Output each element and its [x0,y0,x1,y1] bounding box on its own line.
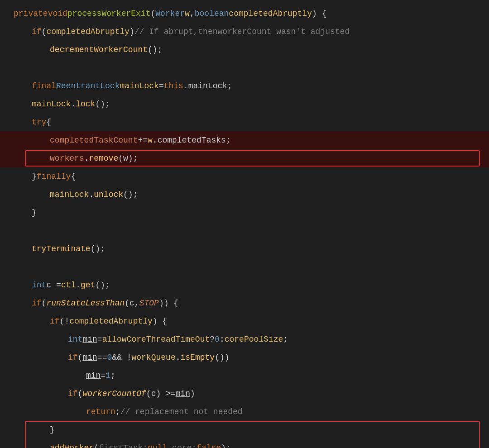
fn-worker-count-of: workerCountOf [82,386,146,402]
code-line-23: return ; // replacement not needed [0,403,489,421]
fn-add-worker: addWorker [50,440,94,448]
code-line-18: if (! completedAbruptly ) { [0,312,489,330]
eq-eq: == [97,349,107,366]
args-c-stop: (c, [125,295,139,311]
code-line-19: int min = allowCoreThreadTimeOut ? 0 : c… [0,330,489,348]
parens-semi-5: (); [95,277,110,293]
semi-3: ; [115,404,120,420]
comma: , [190,5,195,22]
code-line-5: final ReentrantLock mainLock = this .mai… [0,77,489,95]
code-line-blank-3 [0,258,489,276]
keyword-final: final [32,78,56,94]
code-line-22: if ( workerCountOf (c) >= min ) [0,385,489,403]
var-c: c = [46,277,61,293]
code-line-1: private void processWorkerExit ( Worker … [0,5,489,23]
var-mainlock-2: mainLock [32,96,71,112]
code-line-24: } [0,421,489,439]
w-semi: (w); [118,150,138,167]
code-line-25: addWorker ( firstTask: null , core: fals… [0,439,489,448]
paren-4: ( [78,349,83,366]
dot-completed-tasks: .completedTasks; [153,132,231,148]
plus-assign: += [138,132,148,148]
comma-2: , [167,440,172,448]
code-line-21: min = 1 ; [0,367,489,385]
code-line-20: if ( min == 0 && ! workQueue . isEmpty (… [0,348,489,367]
parens-semi-4: (); [91,241,105,257]
var-stop: STOP [139,295,159,311]
param-label-first-task: firstTask: [99,440,148,448]
paren-3: (! [60,313,70,329]
code-line-16: int c = ctl . get (); [0,276,489,294]
bottom-box-container: } addWorker ( firstTask: null , core: fa… [0,421,489,448]
fn-run-state-less-than: runStateLessThan [46,295,125,311]
arg-c: (c) >= [146,386,176,402]
and-and: && ! [112,349,131,366]
parens-semi: (); [148,42,162,58]
keyword-if-5: if [68,386,78,402]
comment-if-abrupt: // If abrupt, [134,24,198,40]
num-1: 1 [105,367,110,384]
fn-remove: remove [89,150,118,167]
code-line-10: } finally { [0,167,489,186]
assign: = [159,78,164,94]
keyword-private: private [14,5,48,22]
type-reentrantlock: ReentrantLock [56,78,120,94]
brace-close-inner: } [50,422,55,438]
paren-2: ( [42,295,47,311]
paren-close-6: ) [190,386,195,402]
code-line-14: tryTerminate (); [0,240,489,258]
keyword-null: null [148,440,167,448]
semi-2: ; [110,367,115,384]
comment-replacement: // replacement not needed [120,404,243,420]
dot-remove: . [84,150,89,167]
brace-open-2: { [71,168,76,185]
param-w-2: w [148,132,153,148]
keyword-int-2: int [68,331,82,348]
var-work-queue: workQueue [131,349,175,366]
var-mainlock-3: mainLock [50,186,89,203]
var-workers: workers [50,150,84,167]
colon: : [220,331,225,348]
num-0: 0 [215,331,220,348]
keyword-finally: finally [37,168,71,185]
keyword-if-2: if [32,295,42,311]
code-line-blank-1 [0,59,489,77]
code-line-12: } [0,204,489,222]
var-core-pool-size: corePoolSize [225,331,283,348]
var-min-2: min [82,349,97,366]
code-viewer: private void processWorkerExit ( Worker … [0,0,489,448]
code-line-8: completedTaskCount += w .completedTasks; [0,131,489,149]
var-min-3: min [86,367,101,384]
dot-is-empty: . [176,349,181,366]
keyword-if: if [32,24,42,40]
dot-get: . [76,277,81,293]
num-0-2: 0 [107,349,112,366]
keyword-return: return [86,404,115,420]
assign-2: = [97,331,102,348]
paren: ( [42,24,47,40]
paren-close-brace-3: ) { [153,313,167,329]
var-min-4: min [176,386,190,402]
brace-close-1: } [32,168,37,185]
dot-unlock: . [89,186,94,203]
paren-close: ) [129,24,134,40]
paren-open: ( [150,5,155,22]
comment-then: then [198,24,217,40]
var-ctl: ctl [61,277,76,293]
paren-close-brace-2: )) { [159,295,178,311]
fn-unlock: unlock [94,186,123,203]
parens-close-paren: ()) [215,349,229,366]
fn-decrement: decrementWorkerCount [50,42,148,58]
type-worker: Worker [155,5,185,22]
paren-open-add: ( [94,440,99,448]
code-line-9: workers . remove (w); [0,149,489,167]
assign-one: = [101,367,105,384]
code-line-blank-2 [0,222,489,240]
fn-is-empty: isEmpty [181,349,215,366]
keyword-try: try [32,114,46,130]
param-completed-abruptly: completedAbruptly [229,5,312,22]
keyword-false: false [197,440,221,448]
param-label-core: core: [172,440,197,448]
code-line-2: if ( completedAbruptly ) // If abrupt, t… [0,23,489,41]
semi-1: ; [283,331,288,348]
